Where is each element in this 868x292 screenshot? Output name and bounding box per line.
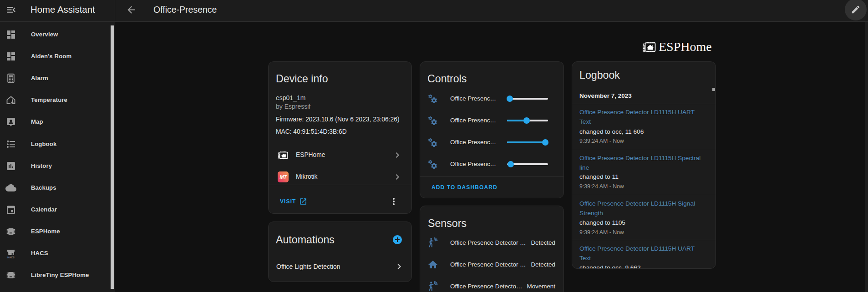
svg-text:HACS: HACS — [7, 256, 15, 259]
